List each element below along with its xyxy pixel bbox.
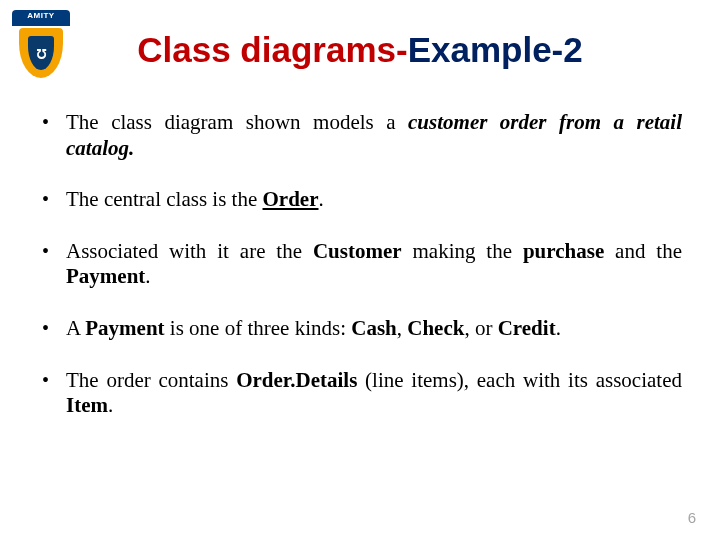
page-number: 6 [688,509,696,526]
bullet-text: . [319,187,324,211]
bullet-text-bold-underline: Order [263,187,319,211]
bullet-text: , or [464,316,497,340]
bullet-text: . [556,316,561,340]
amity-logo: AMITY ʊ [12,10,70,80]
list-item: Associated with it are the Customer maki… [38,239,682,290]
bullet-text: A [66,316,85,340]
bullet-text-bold: purchase [523,239,604,263]
bullet-text-bold: Check [407,316,464,340]
list-item: A Payment is one of three kinds: Cash, C… [38,316,682,342]
bullet-text-bold: Customer [313,239,402,263]
bullet-text: (line items), each with its associated [357,368,682,392]
list-item: The class diagram shown models a custome… [38,110,682,161]
title-part-2: Example-2 [408,30,583,69]
bullet-text: . [145,264,150,288]
bullet-text: Associated with it are the [66,239,313,263]
bullet-text-bold: Item [66,393,108,417]
bullet-text-bold: Order.Details [236,368,357,392]
bullet-text: is one of three kinds: [165,316,352,340]
logo-text: AMITY [12,10,70,26]
bullet-text: , [397,316,408,340]
bullet-text-bold: Payment [66,264,145,288]
bullet-text: making the [402,239,523,263]
slide-title: Class diagrams-Example-2 [0,0,720,70]
title-part-1: Class diagrams- [137,30,407,69]
bullet-text: The central class is the [66,187,263,211]
bullet-text-bold: Credit [498,316,556,340]
logo-inner-glyph: ʊ [28,36,54,70]
logo-shield: ʊ [19,28,63,78]
list-item: The order contains Order.Details (line i… [38,368,682,419]
bullet-text: and the [604,239,682,263]
bullet-text: . [108,393,113,417]
bullet-list: The class diagram shown models a custome… [38,110,682,419]
bullet-text: The order contains [66,368,236,392]
bullet-text-bold: Cash [351,316,397,340]
list-item: The central class is the Order. [38,187,682,213]
slide-content: The class diagram shown models a custome… [0,70,720,419]
bullet-text: The class diagram shown models a [66,110,408,134]
bullet-text-bold: Payment [85,316,164,340]
